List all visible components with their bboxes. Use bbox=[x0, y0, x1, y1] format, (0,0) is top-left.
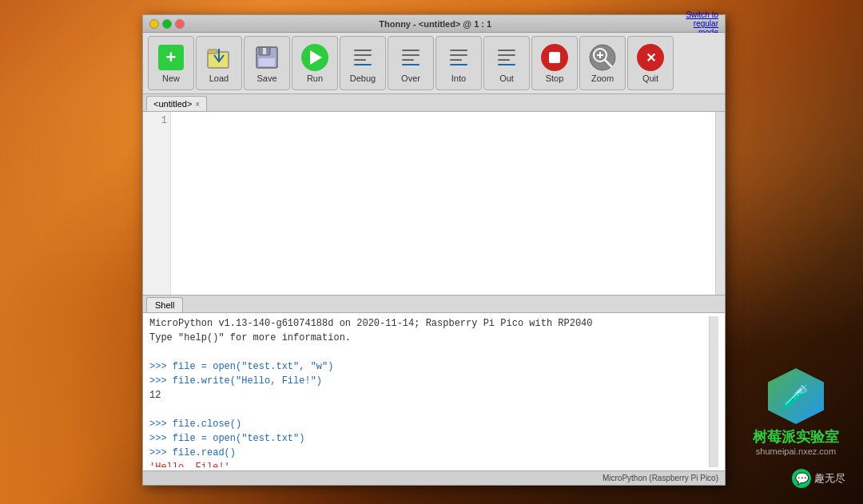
save-label: Save bbox=[257, 73, 276, 83]
stop-button[interactable]: Stop bbox=[531, 36, 578, 90]
save-icon bbox=[253, 43, 281, 72]
watermark-en-text: shumeipai.nxez.com bbox=[756, 446, 836, 456]
shell-tab[interactable]: Shell bbox=[146, 297, 183, 312]
shell-line-info1: MicroPython v1.13-140-g61074188d on 2020… bbox=[149, 316, 706, 331]
into-button[interactable]: Into bbox=[435, 36, 482, 90]
shell-line-cmd1: >>> file = open("test.txt", "w") bbox=[149, 359, 706, 374]
debug-label: Debug bbox=[350, 73, 376, 83]
run-icon bbox=[300, 43, 329, 72]
run-button[interactable]: Run bbox=[292, 36, 338, 90]
out-label: Out bbox=[499, 73, 514, 83]
thonny-window: Thonny - <untitled> @ 1 : 1 Switch to re… bbox=[142, 14, 726, 486]
quit-icon bbox=[636, 43, 665, 72]
status-text: MicroPython (Raspberry Pi Pico) bbox=[603, 474, 718, 482]
window-title: Thonny - <untitled> @ 1 : 1 bbox=[379, 19, 491, 29]
shell-scrollbar[interactable] bbox=[709, 316, 718, 467]
title-bar: Thonny - <untitled> @ 1 : 1 Switch to re… bbox=[143, 15, 725, 33]
debug-icon bbox=[348, 43, 377, 72]
stop-label: Stop bbox=[546, 73, 564, 83]
shell-line-cmd5: >>> file.read() bbox=[149, 446, 706, 460]
code-editor[interactable]: 1 bbox=[143, 112, 725, 295]
shell-tab-label: Shell bbox=[155, 300, 174, 310]
svg-rect-6 bbox=[263, 48, 266, 54]
shell-line-cmd3: >>> file.close() bbox=[149, 417, 706, 431]
minimize-button[interactable] bbox=[149, 19, 159, 29]
toolbar: New Load bbox=[143, 33, 725, 94]
over-icon bbox=[396, 43, 425, 72]
shell-line-cmd4: >>> file = open("test.txt") bbox=[149, 431, 706, 446]
watermark-cn-text: 树莓派实验室 bbox=[753, 427, 839, 446]
watermark: 🧪 树莓派实验室 shumeipai.nxez.com bbox=[753, 368, 839, 456]
into-icon bbox=[444, 43, 473, 72]
watermark-logo: 🧪 bbox=[768, 368, 824, 424]
window-controls bbox=[149, 19, 185, 29]
editor-scrollbar[interactable] bbox=[715, 112, 725, 295]
line-numbers: 1 bbox=[143, 112, 171, 295]
code-content[interactable] bbox=[171, 112, 715, 295]
window-close-button[interactable] bbox=[175, 19, 185, 29]
out-icon bbox=[492, 43, 521, 72]
editor-tab-bar: <untitled> × bbox=[143, 94, 725, 112]
editor-tab-untitled[interactable]: <untitled> × bbox=[146, 96, 207, 111]
tab-close-button[interactable]: × bbox=[195, 100, 200, 109]
load-icon bbox=[205, 43, 233, 72]
svg-rect-1 bbox=[208, 50, 217, 54]
shell-area: Shell MicroPython v1.13-140-g61074188d o… bbox=[143, 295, 725, 470]
zoom-button[interactable]: Zoom bbox=[579, 36, 626, 90]
debug-button[interactable]: Debug bbox=[340, 36, 386, 90]
shell-line-blank1 bbox=[149, 345, 706, 359]
load-button[interactable]: Load bbox=[196, 36, 242, 90]
wechat-watermark: 💬 趣无尽 bbox=[792, 469, 845, 488]
shell-tab-bar: Shell bbox=[143, 296, 725, 313]
over-label: Over bbox=[401, 73, 420, 83]
shell-line-cmd2: >>> file.write("Hello, File!") bbox=[149, 374, 706, 388]
out-button[interactable]: Out bbox=[483, 36, 530, 90]
over-button[interactable]: Over bbox=[388, 36, 434, 90]
quit-button[interactable]: Quit bbox=[627, 36, 674, 90]
zoom-label: Zoom bbox=[591, 73, 614, 83]
new-icon bbox=[157, 43, 185, 72]
run-label: Run bbox=[307, 73, 323, 83]
new-button[interactable]: New bbox=[148, 36, 194, 90]
save-button[interactable]: Save bbox=[244, 36, 290, 90]
wechat-icon: 💬 bbox=[792, 469, 811, 488]
svg-rect-5 bbox=[259, 58, 275, 66]
shell-line-blank2 bbox=[149, 403, 706, 417]
zoom-icon bbox=[588, 43, 617, 72]
shell-line-result: 'Hello, File!' bbox=[149, 460, 706, 467]
new-label: New bbox=[162, 73, 180, 83]
load-label: Load bbox=[209, 73, 229, 83]
shell-text: MicroPython v1.13-140-g61074188d on 2020… bbox=[149, 316, 706, 467]
tab-label: <untitled> bbox=[153, 99, 192, 109]
quit-label: Quit bbox=[642, 73, 658, 83]
into-label: Into bbox=[451, 73, 466, 83]
status-bar: MicroPython (Raspberry Pi Pico) bbox=[143, 470, 725, 485]
shell-content[interactable]: MicroPython v1.13-140-g61074188d on 2020… bbox=[143, 313, 725, 470]
shell-line-out1: 12 bbox=[149, 388, 706, 403]
editor-area: <untitled> × 1 bbox=[143, 94, 725, 295]
wechat-text: 趣无尽 bbox=[814, 471, 845, 486]
shell-line-info2: Type "help()" for more information. bbox=[149, 331, 706, 345]
stop-icon bbox=[540, 43, 569, 72]
maximize-button[interactable] bbox=[162, 19, 172, 29]
